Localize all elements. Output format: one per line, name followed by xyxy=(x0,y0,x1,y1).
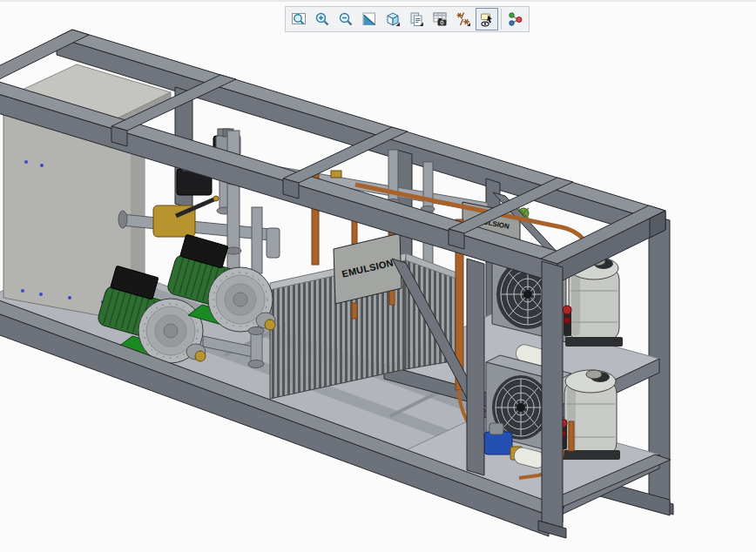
zoom-fit-button[interactable] xyxy=(358,8,381,30)
view-orientation-button[interactable] xyxy=(381,8,404,30)
display-options-button[interactable] xyxy=(405,8,428,30)
toolbar-separator xyxy=(501,9,502,30)
zoom-in-icon xyxy=(314,11,330,27)
viewport-3d[interactable]: EMULSION EMULSION xyxy=(0,0,756,552)
zoom-fit-icon xyxy=(361,11,377,27)
relations-nodes-icon xyxy=(508,11,523,27)
hide-component-button[interactable] xyxy=(476,8,498,30)
zoom-out-icon xyxy=(338,11,354,27)
service-valve-1[interactable] xyxy=(563,306,571,336)
zoom-in-button[interactable] xyxy=(311,8,334,30)
zoom-out-button[interactable] xyxy=(334,8,357,30)
zoom-window-icon xyxy=(291,11,307,27)
view-toolbar xyxy=(285,6,530,32)
zoom-window-button[interactable] xyxy=(287,8,310,30)
hide-component-eye-icon xyxy=(479,11,495,27)
pages-icon xyxy=(408,11,424,27)
relations-button[interactable] xyxy=(504,8,527,30)
snapshot-table-button[interactable] xyxy=(429,8,451,30)
cube-icon xyxy=(385,11,401,27)
asterisk-slash-icon xyxy=(456,11,471,27)
table-camera-icon xyxy=(432,11,448,27)
toggle-annotations-button[interactable] xyxy=(452,8,475,30)
